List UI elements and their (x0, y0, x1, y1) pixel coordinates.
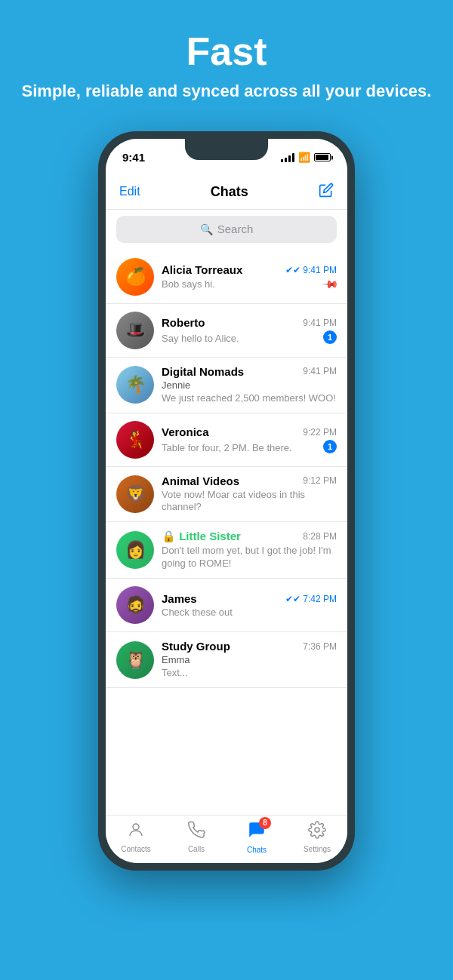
avatar-animal: 🦁 (116, 475, 154, 513)
chats-list: 🍊 Alicia Torreaux ✔✔ 9:41 PM Bob says hi… (106, 250, 347, 815)
avatar-veronica: 💃 (116, 421, 154, 459)
status-bar: 9:41 📶 (106, 139, 347, 177)
tab-chats-label: Chats (247, 846, 267, 854)
chat-bottom-row: Emma Text... (162, 654, 337, 680)
chat-item-roberto[interactable]: 🎩 Roberto 9:41 PM Say hello to Alice. 1 (106, 304, 347, 358)
chat-item-digital[interactable]: 🌴 Digital Nomads 9:41 PM Jennie We just … (106, 358, 347, 413)
chat-top-row: James ✔✔ 7:42 PM (162, 592, 337, 605)
chat-time: 9:41 PM (303, 366, 337, 376)
chat-bottom-row: Table for four, 2 PM. Be there. 1 (162, 440, 337, 453)
signal-bar-4 (292, 153, 294, 162)
chat-meta: 1 (323, 330, 337, 344)
chat-item-animal[interactable]: 🦁 Animal Videos 9:12 PM Vote now! Moar c… (106, 467, 347, 523)
chat-preview: Jennie We just reached 2,500 members! WO… (162, 379, 337, 405)
chats-notification-badge: 8 (259, 817, 271, 829)
tab-chats[interactable]: 8 Chats (226, 820, 287, 854)
chat-name: Animal Videos (162, 475, 239, 487)
chat-content-animal: Animal Videos 9:12 PM Vote now! Moar cat… (162, 475, 337, 515)
chat-item-sister[interactable]: 👩 🔒 Little Sister 8:28 PM Don't tell mom… (106, 522, 347, 579)
avatar-sister: 👩 (116, 531, 154, 569)
chat-name: 🔒 Little Sister (162, 530, 241, 543)
chat-meta: 📌 (324, 278, 337, 290)
chat-top-row: Digital Nomads 9:41 PM (162, 365, 337, 378)
chat-content-veronica: Veronica 9:22 PM Table for four, 2 PM. B… (162, 425, 337, 453)
search-placeholder: Search (217, 223, 254, 235)
chat-content-alicia: Alicia Torreaux ✔✔ 9:41 PM Bob says hi. … (162, 263, 337, 290)
chat-preview: Bob says hi. (162, 278, 321, 290)
status-icons: 📶 (281, 152, 331, 163)
hero-subtitle: Simple, reliable and synced across all y… (22, 81, 432, 103)
page-title: Chats (211, 184, 248, 200)
hero-title: Fast (22, 30, 432, 73)
chat-time: 9:22 PM (303, 427, 337, 438)
avatar-digital: 🌴 (116, 366, 154, 404)
chat-bottom-row: Bob says hi. 📌 (162, 278, 337, 290)
compose-button[interactable] (319, 183, 334, 201)
search-bar[interactable]: 🔍 Search (116, 216, 337, 243)
pin-icon: 📌 (322, 275, 339, 293)
phone-screen: 9:41 📶 Edit Cha (106, 139, 347, 863)
signal-bar-1 (281, 159, 283, 162)
avatar-study: 🦉 (116, 641, 154, 679)
chat-item-alicia[interactable]: 🍊 Alicia Torreaux ✔✔ 9:41 PM Bob says hi… (106, 250, 347, 304)
chat-top-row: Study Group 7:36 PM (162, 640, 337, 653)
chat-bottom-row: Vote now! Moar cat videos in this channe… (162, 489, 337, 515)
avatar-roberto: 🎩 (116, 312, 154, 349)
tab-calls[interactable]: Calls (166, 821, 226, 853)
calls-icon (187, 821, 205, 843)
chat-item-james[interactable]: 🧔 James ✔✔ 7:42 PM Check these out (106, 579, 347, 632)
svg-point-0 (133, 824, 139, 830)
nav-header: Edit Chats (106, 177, 347, 210)
hero-section: Fast Simple, reliable and synced across … (7, 0, 447, 118)
chat-time: ✔✔ 9:41 PM (285, 265, 337, 275)
chat-bottom-row: Check these out (162, 607, 337, 618)
chat-content-roberto: Roberto 9:41 PM Say hello to Alice. 1 (162, 316, 337, 344)
tab-settings-label: Settings (304, 845, 331, 853)
battery-icon (314, 153, 331, 161)
chats-tab-icon-wrapper: 8 (247, 820, 267, 844)
chat-top-row: Alicia Torreaux ✔✔ 9:41 PM (162, 263, 337, 276)
search-bar-container: 🔍 Search (106, 210, 347, 250)
chat-bottom-row: Say hello to Alice. 1 (162, 330, 337, 344)
chat-content-james: James ✔✔ 7:42 PM Check these out (162, 592, 337, 618)
chat-name: Roberto (162, 316, 205, 329)
settings-icon (308, 821, 326, 843)
chat-time: 8:28 PM (303, 531, 337, 542)
chat-preview: Say hello to Alice. (162, 333, 320, 344)
search-icon: 🔍 (200, 223, 213, 235)
unread-badge: 1 (323, 440, 337, 453)
chat-time: 7:36 PM (303, 641, 337, 652)
chat-item-veronica[interactable]: 💃 Veronica 9:22 PM Table for four, 2 PM.… (106, 413, 347, 467)
notch (185, 139, 268, 160)
chat-bottom-row: Jennie We just reached 2,500 members! WO… (162, 379, 337, 405)
chat-preview: Vote now! Moar cat videos in this channe… (162, 489, 337, 515)
tab-settings[interactable]: Settings (287, 821, 347, 853)
unread-badge: 1 (323, 330, 337, 344)
chat-time: ✔✔ 7:42 PM (285, 594, 337, 604)
chat-name: Digital Nomads (162, 365, 244, 378)
chat-meta: 1 (323, 440, 337, 453)
chat-item-study[interactable]: 🦉 Study Group 7:36 PM Emma Text... (106, 632, 347, 688)
phone-frame: 9:41 📶 Edit Cha (98, 131, 355, 871)
tab-contacts-label: Contacts (121, 845, 150, 853)
chat-preview: Table for four, 2 PM. Be there. (162, 442, 320, 453)
chat-top-row: 🔒 Little Sister 8:28 PM (162, 530, 337, 543)
chat-bottom-row: Don't tell mom yet, but I got the job! I… (162, 545, 337, 570)
chat-name: James (162, 592, 197, 605)
chat-time: 9:12 PM (303, 475, 337, 486)
chat-name: Alicia Torreaux (162, 263, 242, 276)
svg-point-1 (315, 828, 319, 832)
chat-preview: Don't tell mom yet, but I got the job! I… (162, 545, 337, 570)
chat-preview: Check these out (162, 607, 337, 618)
signal-bar-2 (285, 158, 287, 162)
phone-wrapper: 9:41 📶 Edit Cha (98, 131, 355, 871)
tab-bar: Contacts Calls (106, 815, 347, 863)
chat-content-study: Study Group 7:36 PM Emma Text... (162, 640, 337, 680)
signal-bars-icon (281, 153, 294, 162)
chat-top-row: Animal Videos 9:12 PM (162, 475, 337, 487)
wifi-icon: 📶 (298, 152, 310, 163)
tab-contacts[interactable]: Contacts (106, 821, 166, 853)
avatar-alicia: 🍊 (116, 258, 154, 296)
contacts-icon (127, 821, 145, 843)
edit-button[interactable]: Edit (119, 185, 140, 198)
